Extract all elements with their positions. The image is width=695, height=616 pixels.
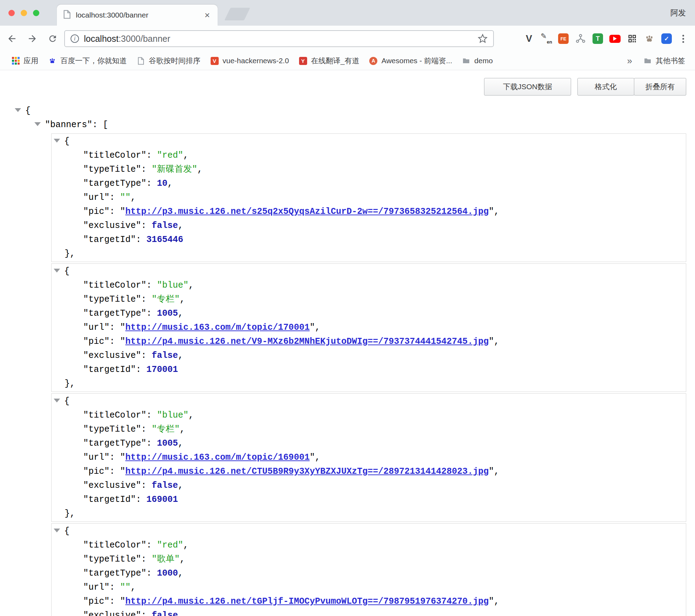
- page-info-icon[interactable]: i: [71, 34, 79, 43]
- paw-extension-icon[interactable]: [643, 33, 655, 45]
- json-object-box: {"titleColor": "red","typeTitle": "歌单","…: [51, 523, 686, 616]
- json-object-box: {"titleColor": "blue","typeTitle": "专栏",…: [51, 263, 686, 392]
- bookmark-youdao-translate[interactable]: Y 在线翻译_有道: [294, 54, 364, 68]
- collapse-triangle-icon[interactable]: [54, 139, 60, 143]
- minimize-window-button[interactable]: [21, 10, 27, 16]
- json-property-line: "targetType": 1005,: [52, 437, 686, 451]
- json-url-link[interactable]: http://p4.music.126.net/tGPljf-IMOCyPvum…: [125, 596, 489, 607]
- collapse-triangle-icon[interactable]: [15, 108, 21, 112]
- json-object-open-line: {: [52, 394, 686, 408]
- bookmarks-overflow-chevron[interactable]: »: [621, 55, 638, 66]
- new-tab-button[interactable]: [224, 8, 250, 20]
- browser-window: localhost:3000/banner × 阿发 i localhost:3…: [0, 0, 695, 616]
- url-host: localhost: [84, 34, 119, 44]
- bookmark-awesomes[interactable]: A Awesomes - 前端资...: [364, 54, 457, 68]
- qr-code-extension-icon[interactable]: [626, 33, 638, 45]
- json-property-line: "titleColor": "red",: [52, 149, 686, 163]
- json-object-close-line: },: [52, 507, 686, 521]
- json-url-link[interactable]: http://p4.music.126.net/CTU5B9R9y3XyYBZX…: [125, 466, 489, 477]
- json-url-link[interactable]: http://music.163.com/m/topic/169001: [125, 452, 310, 463]
- json-property-line: "pic": "http://p4.music.126.net/tGPljf-I…: [52, 595, 686, 609]
- forward-button[interactable]: [25, 31, 40, 46]
- json-property-line: "pic": "http://p3.music.126.net/s25q2x5Q…: [52, 205, 686, 219]
- translate-extension-icon[interactable]: ✎ en: [540, 33, 552, 45]
- bookmark-baidu[interactable]: 百度一下，你就知道: [43, 54, 132, 68]
- json-property-line: "url": "http://music.163.com/m/topic/169…: [52, 451, 686, 465]
- bookmark-google-sort[interactable]: 谷歌按时间排序: [132, 54, 205, 68]
- json-property-line: "targetType": 1000,: [52, 566, 686, 581]
- org-chart-extension-icon[interactable]: [575, 33, 587, 45]
- json-property-line: "titleColor": "blue",: [52, 408, 686, 422]
- tab-close-icon[interactable]: ×: [203, 11, 211, 20]
- folder-icon: [462, 57, 470, 65]
- page-content: 下载JSON数据 格式化 折叠所有 {"banners": [{"titleCo…: [0, 70, 695, 616]
- json-url-link[interactable]: http://music.163.com/m/topic/170001: [125, 322, 310, 333]
- bookmark-folder-demo[interactable]: demo: [457, 54, 498, 67]
- apps-grid-icon: [12, 57, 20, 65]
- verified-extension-icon[interactable]: ✓: [661, 33, 672, 44]
- json-property-line: "url": "",: [52, 191, 686, 205]
- youdao-icon: Y: [299, 57, 307, 65]
- json-object-open-line: {: [52, 264, 686, 278]
- json-url-link[interactable]: http://p4.music.126.net/V9-MXz6b2MNhEKju…: [125, 336, 489, 347]
- browser-tab[interactable]: localhost:3000/banner ×: [57, 5, 218, 26]
- bookmarks-bar: 应用 百度一下，你就知道 谷歌按时间排序 V vue-hackernews-2.…: [0, 52, 695, 70]
- json-property-line: "titleColor": "blue",: [52, 278, 686, 293]
- json-property-line: "typeTitle": "新碟首发",: [52, 163, 686, 177]
- bookmark-vue-hackernews[interactable]: V vue-hackernews-2.0: [205, 54, 294, 67]
- json-property-line: "typeTitle": "专栏",: [52, 293, 686, 307]
- window-controls: [8, 10, 39, 16]
- json-property-line: "titleColor": "red",: [52, 538, 686, 552]
- json-url-link[interactable]: http://p3.music.126.net/s25q2x5QyqsAzilC…: [125, 207, 489, 217]
- extensions-row: V ✎ en FE T ✓: [523, 26, 673, 52]
- json-property-line: "exclusive": false,: [52, 479, 686, 493]
- url-text[interactable]: localhost:3000/banner: [84, 34, 170, 44]
- folder-icon: [643, 57, 652, 65]
- json-root-line: {: [0, 104, 695, 118]
- json-property-line: "url": "",: [52, 581, 686, 595]
- format-button[interactable]: 格式化: [577, 78, 634, 96]
- json-property-line: "pic": "http://p4.music.126.net/CTU5B9R9…: [52, 465, 686, 479]
- vimium-extension-icon[interactable]: V: [523, 33, 535, 45]
- bookmark-star-icon[interactable]: [478, 34, 488, 44]
- url-path: :3000/banner: [119, 34, 170, 44]
- baidu-paw-icon: [48, 57, 57, 65]
- json-property-line: "targetId": 170001: [52, 363, 686, 377]
- browser-menu-icon[interactable]: [677, 33, 689, 44]
- collapse-triangle-icon[interactable]: [54, 399, 60, 402]
- collapse-triangle-icon[interactable]: [54, 529, 60, 532]
- download-json-button[interactable]: 下载JSON数据: [484, 78, 571, 96]
- close-window-button[interactable]: [8, 10, 15, 16]
- collapse-triangle-icon[interactable]: [54, 269, 60, 273]
- json-object-close-line: },: [52, 247, 686, 261]
- fe-extension-icon[interactable]: FE: [558, 33, 569, 44]
- address-bar[interactable]: i localhost:3000/banner: [64, 30, 494, 47]
- v-badge-icon: V: [211, 57, 219, 65]
- json-property-line: "url": "http://music.163.com/m/topic/170…: [52, 321, 686, 335]
- json-tree: {"banners": [{"titleColor": "red","typeT…: [0, 104, 695, 616]
- pen-icon: ✎: [541, 32, 547, 40]
- page-icon: [137, 57, 145, 65]
- json-banners-line: "banners": [: [0, 118, 695, 132]
- collapse-all-button[interactable]: 折叠所有: [634, 78, 686, 96]
- youtube-extension-icon[interactable]: [609, 35, 621, 43]
- json-property-line: "exclusive": false,: [52, 349, 686, 363]
- bookmarks-right-group: » 其他书签: [621, 52, 690, 70]
- json-property-line: "pic": "http://p4.music.126.net/V9-MXz6b…: [52, 335, 686, 349]
- awesomes-icon: A: [369, 57, 377, 65]
- other-bookmarks-folder[interactable]: 其他书签: [638, 54, 690, 68]
- collapse-triangle-icon[interactable]: [34, 122, 41, 126]
- json-property-line: "targetId": 3165446: [52, 233, 686, 247]
- json-property-line: "targetType": 10,: [52, 177, 686, 191]
- tab-title: localhost:3000/banner: [76, 11, 203, 19]
- json-property-line: "typeTitle": "专栏",: [52, 422, 686, 437]
- json-object-open-line: {: [52, 135, 686, 149]
- zoom-window-button[interactable]: [33, 10, 39, 16]
- reload-button[interactable]: [45, 31, 60, 46]
- json-property-line: "typeTitle": "歌单",: [52, 552, 686, 566]
- tampermonkey-extension-icon[interactable]: T: [593, 33, 603, 44]
- navigation-buttons: [4, 26, 60, 52]
- back-button[interactable]: [4, 31, 20, 46]
- bookmark-apps[interactable]: 应用: [7, 54, 43, 68]
- profile-name[interactable]: 阿发: [670, 8, 686, 18]
